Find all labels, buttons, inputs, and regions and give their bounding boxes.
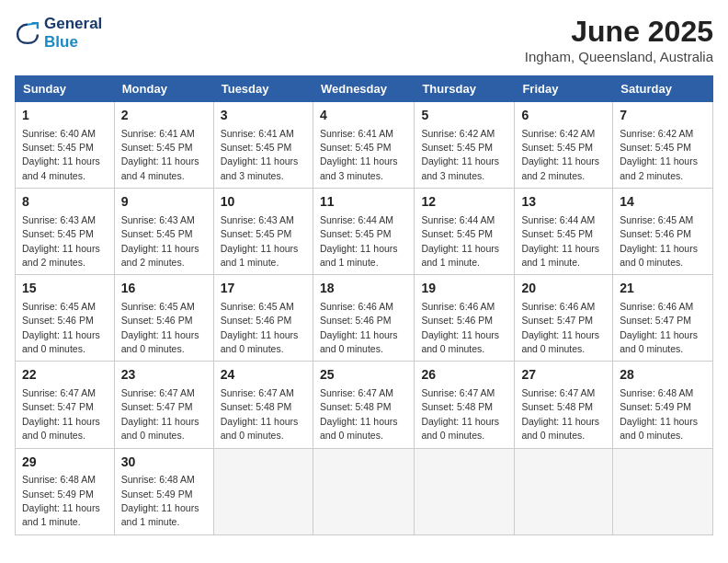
calendar-cell — [415, 448, 515, 534]
day-info: Sunrise: 6:43 AMSunset: 5:45 PMDaylight:… — [121, 214, 199, 268]
day-number: 19 — [421, 280, 507, 298]
calendar-cell — [313, 448, 414, 534]
location-title: Ingham, Queensland, Australia — [525, 49, 713, 64]
calendar-cell: 8 Sunrise: 6:43 AMSunset: 5:45 PMDayligh… — [16, 189, 115, 275]
calendar-cell: 15 Sunrise: 6:45 AMSunset: 5:46 PMDaylig… — [16, 275, 115, 362]
day-number: 23 — [121, 366, 207, 385]
logo: General Blue — [15, 15, 102, 51]
day-info: Sunrise: 6:42 AMSunset: 5:45 PMDaylight:… — [620, 128, 698, 181]
weekday-header-thursday: Thursday — [415, 76, 515, 102]
calendar-cell: 1 Sunrise: 6:40 AMSunset: 5:45 PMDayligh… — [16, 102, 115, 189]
calendar-cell: 3 Sunrise: 6:41 AMSunset: 5:45 PMDayligh… — [213, 102, 313, 189]
day-number: 8 — [22, 193, 108, 212]
day-info: Sunrise: 6:45 AMSunset: 5:46 PMDaylight:… — [22, 301, 100, 354]
day-number: 25 — [320, 366, 407, 385]
day-number: 10 — [221, 193, 306, 212]
calendar-cell: 20 Sunrise: 6:46 AMSunset: 5:47 PMDaylig… — [515, 275, 613, 362]
calendar-cell: 28 Sunrise: 6:48 AMSunset: 5:49 PMDaylig… — [613, 362, 713, 448]
day-info: Sunrise: 6:46 AMSunset: 5:46 PMDaylight:… — [320, 301, 398, 354]
week-row-2: 15 Sunrise: 6:45 AMSunset: 5:46 PMDaylig… — [16, 275, 713, 362]
calendar-cell: 9 Sunrise: 6:43 AMSunset: 5:45 PMDayligh… — [114, 189, 213, 275]
day-number: 7 — [620, 107, 706, 125]
day-number: 18 — [320, 280, 407, 298]
calendar-cell: 26 Sunrise: 6:47 AMSunset: 5:48 PMDaylig… — [415, 362, 515, 448]
day-info: Sunrise: 6:48 AMSunset: 5:49 PMDaylight:… — [22, 474, 100, 527]
week-row-1: 8 Sunrise: 6:43 AMSunset: 5:45 PMDayligh… — [16, 189, 713, 275]
calendar-cell: 2 Sunrise: 6:41 AMSunset: 5:45 PMDayligh… — [114, 102, 213, 189]
day-number: 16 — [121, 280, 207, 298]
calendar-header: SundayMondayTuesdayWednesdayThursdayFrid… — [16, 76, 713, 102]
day-number: 14 — [620, 193, 706, 212]
day-number: 6 — [521, 107, 606, 125]
day-info: Sunrise: 6:45 AMSunset: 5:46 PMDaylight:… — [121, 301, 199, 354]
weekday-header-sunday: Sunday — [16, 76, 115, 102]
day-info: Sunrise: 6:47 AMSunset: 5:47 PMDaylight:… — [121, 387, 199, 441]
day-number: 13 — [521, 193, 606, 212]
day-number: 24 — [221, 366, 306, 385]
day-info: Sunrise: 6:42 AMSunset: 5:45 PMDaylight:… — [421, 128, 499, 181]
day-info: Sunrise: 6:47 AMSunset: 5:48 PMDaylight:… — [221, 387, 299, 441]
calendar-cell: 10 Sunrise: 6:43 AMSunset: 5:45 PMDaylig… — [213, 189, 313, 275]
calendar-cell: 27 Sunrise: 6:47 AMSunset: 5:48 PMDaylig… — [515, 362, 613, 448]
calendar-cell — [515, 448, 613, 534]
weekday-header-monday: Monday — [114, 76, 213, 102]
day-info: Sunrise: 6:47 AMSunset: 5:47 PMDaylight:… — [22, 387, 100, 441]
day-number: 9 — [121, 193, 207, 212]
logo-text: General Blue — [44, 15, 102, 51]
day-info: Sunrise: 6:44 AMSunset: 5:45 PMDaylight:… — [521, 214, 599, 268]
weekday-header-tuesday: Tuesday — [213, 76, 313, 102]
day-number: 27 — [521, 366, 606, 385]
day-number: 21 — [620, 280, 706, 298]
weekday-header-saturday: Saturday — [613, 76, 713, 102]
day-info: Sunrise: 6:42 AMSunset: 5:45 PMDaylight:… — [521, 128, 599, 181]
weekday-header-wednesday: Wednesday — [313, 76, 414, 102]
day-number: 3 — [221, 107, 306, 125]
day-number: 17 — [221, 280, 306, 298]
day-info: Sunrise: 6:41 AMSunset: 5:45 PMDaylight:… — [221, 128, 299, 181]
calendar-cell: 24 Sunrise: 6:47 AMSunset: 5:48 PMDaylig… — [213, 362, 313, 448]
day-number: 4 — [320, 107, 407, 125]
day-info: Sunrise: 6:47 AMSunset: 5:48 PMDaylight:… — [421, 387, 499, 441]
week-row-0: 1 Sunrise: 6:40 AMSunset: 5:45 PMDayligh… — [16, 102, 713, 189]
calendar-cell: 22 Sunrise: 6:47 AMSunset: 5:47 PMDaylig… — [16, 362, 115, 448]
day-info: Sunrise: 6:48 AMSunset: 5:49 PMDaylight:… — [620, 387, 698, 441]
calendar-cell — [613, 448, 713, 534]
calendar-cell: 18 Sunrise: 6:46 AMSunset: 5:46 PMDaylig… — [313, 275, 414, 362]
calendar-cell: 19 Sunrise: 6:46 AMSunset: 5:46 PMDaylig… — [415, 275, 515, 362]
day-info: Sunrise: 6:40 AMSunset: 5:45 PMDaylight:… — [22, 128, 100, 181]
day-info: Sunrise: 6:43 AMSunset: 5:45 PMDaylight:… — [221, 214, 299, 268]
day-number: 29 — [22, 454, 108, 472]
title-area: June 2025 Ingham, Queensland, Australia — [525, 15, 713, 64]
day-info: Sunrise: 6:48 AMSunset: 5:49 PMDaylight:… — [121, 474, 199, 527]
month-title: June 2025 — [525, 15, 713, 49]
day-info: Sunrise: 6:43 AMSunset: 5:45 PMDaylight:… — [22, 214, 100, 268]
day-number: 5 — [421, 107, 507, 125]
calendar-cell: 23 Sunrise: 6:47 AMSunset: 5:47 PMDaylig… — [114, 362, 213, 448]
day-info: Sunrise: 6:41 AMSunset: 5:45 PMDaylight:… — [121, 128, 199, 181]
day-info: Sunrise: 6:44 AMSunset: 5:45 PMDaylight:… — [320, 214, 398, 268]
day-number: 28 — [620, 366, 706, 385]
day-number: 22 — [22, 366, 108, 385]
calendar-cell: 30 Sunrise: 6:48 AMSunset: 5:49 PMDaylig… — [114, 448, 213, 534]
calendar-cell — [213, 448, 313, 534]
day-info: Sunrise: 6:45 AMSunset: 5:46 PMDaylight:… — [221, 301, 299, 354]
day-number: 30 — [121, 454, 207, 472]
week-row-3: 22 Sunrise: 6:47 AMSunset: 5:47 PMDaylig… — [16, 362, 713, 448]
day-number: 2 — [121, 107, 207, 125]
day-number: 20 — [521, 280, 606, 298]
calendar-cell: 5 Sunrise: 6:42 AMSunset: 5:45 PMDayligh… — [415, 102, 515, 189]
calendar-cell: 12 Sunrise: 6:44 AMSunset: 5:45 PMDaylig… — [415, 189, 515, 275]
week-row-4: 29 Sunrise: 6:48 AMSunset: 5:49 PMDaylig… — [16, 448, 713, 534]
day-info: Sunrise: 6:44 AMSunset: 5:45 PMDaylight:… — [421, 214, 499, 268]
calendar-cell: 7 Sunrise: 6:42 AMSunset: 5:45 PMDayligh… — [613, 102, 713, 189]
calendar-cell: 17 Sunrise: 6:45 AMSunset: 5:46 PMDaylig… — [213, 275, 313, 362]
day-number: 1 — [22, 107, 108, 125]
day-number: 12 — [421, 193, 507, 212]
day-info: Sunrise: 6:46 AMSunset: 5:46 PMDaylight:… — [421, 301, 499, 354]
calendar-cell: 14 Sunrise: 6:45 AMSunset: 5:46 PMDaylig… — [613, 189, 713, 275]
weekday-header-friday: Friday — [515, 76, 613, 102]
day-info: Sunrise: 6:46 AMSunset: 5:47 PMDaylight:… — [521, 301, 599, 354]
calendar-cell: 6 Sunrise: 6:42 AMSunset: 5:45 PMDayligh… — [515, 102, 613, 189]
day-number: 26 — [421, 366, 507, 385]
calendar-cell: 13 Sunrise: 6:44 AMSunset: 5:45 PMDaylig… — [515, 189, 613, 275]
